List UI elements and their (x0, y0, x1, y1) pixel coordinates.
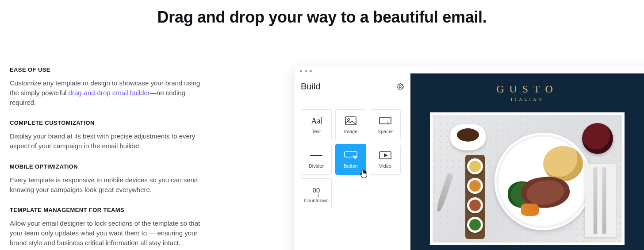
window-controls (295, 66, 644, 73)
tile-spacer[interactable]: Spacer (370, 109, 401, 140)
tile-label: Divider (309, 163, 324, 169)
ramekin (467, 197, 483, 213)
feature-mobile-optimization: MOBILE OPTIMIZATION Every template is re… (10, 163, 203, 195)
text-icon: Aa (311, 115, 322, 126)
hero-image (433, 115, 622, 242)
feature-title: COMPLETE CUSTOMIZATION (10, 119, 203, 126)
spacer-icon (379, 115, 391, 126)
feature-title: MOBILE OPTIMIZATION (10, 163, 203, 170)
carrots (521, 204, 539, 216)
feature-text: Display your brand at its best with prec… (10, 131, 203, 151)
video-icon (379, 150, 391, 161)
window-dot (310, 70, 312, 72)
svg-point-2 (348, 119, 349, 120)
tile-image[interactable]: Image (335, 109, 366, 140)
brand-tagline: ITALIAN (511, 97, 544, 102)
svg-rect-1 (345, 117, 356, 125)
napkin (585, 164, 616, 237)
feature-list: EASE OF USE Customize any template or de… (0, 66, 230, 250)
tile-label: Image (344, 129, 358, 134)
fork (594, 167, 597, 234)
tile-label: Countdown (304, 198, 329, 203)
yorkshire-pudding (543, 146, 583, 181)
feature-title: EASE OF USE (10, 66, 203, 73)
feature-text: Customize any template or design to show… (10, 78, 203, 107)
brand-name: GUSTO (496, 83, 558, 95)
ramekin (467, 178, 483, 194)
page-headline: Drag and drop your way to a beautiful em… (0, 0, 644, 27)
feature-ease-of-use: EASE OF USE Customize any template or de… (10, 66, 203, 107)
tile-label: Text (312, 129, 321, 134)
tile-button[interactable]: Button (335, 144, 366, 175)
feature-text: Every template is responsive to mobile d… (10, 175, 203, 195)
feature-text: Allow your email designer to lock sectio… (10, 219, 203, 247)
tile-text[interactable]: Aa Text (301, 109, 332, 140)
content-row: EASE OF USE Customize any template or de… (0, 66, 644, 250)
window-dot (300, 70, 302, 72)
cursor-hand-icon (359, 169, 368, 179)
build-panel-title: Build (301, 81, 320, 92)
gravy-boat (450, 124, 486, 150)
app-body: Build Aa Text (295, 73, 644, 250)
button-icon (344, 150, 357, 161)
build-panel: Build Aa Text (295, 73, 410, 250)
knife (602, 167, 606, 234)
feature-title: TEMPLATE MANAGEMENT FOR TEAMS (10, 207, 203, 213)
feature-template-management: TEMPLATE MANAGEMENT FOR TEAMS Allow your… (10, 207, 203, 247)
window-dot (305, 70, 307, 72)
gear-icon[interactable] (397, 83, 404, 90)
divider-icon (310, 150, 322, 161)
hero-image-frame (430, 112, 625, 245)
email-preview: GUSTO ITALIAN (410, 73, 644, 250)
tile-divider[interactable]: Divider (301, 144, 332, 175)
spoon (435, 173, 453, 212)
tile-label: Spacer (378, 129, 393, 134)
drag-and-drop-link[interactable]: drag-and-drop email builder (69, 89, 150, 96)
svg-point-0 (399, 86, 401, 88)
image-icon (345, 115, 356, 126)
countdown-icon: 001 (313, 185, 320, 195)
build-panel-header: Build (301, 81, 404, 92)
feature-complete-customization: COMPLETE CUSTOMIZATION Display your bran… (10, 119, 203, 151)
tile-countdown[interactable]: 001 Countdown (301, 178, 332, 209)
block-tile-grid: Aa Text Image (301, 109, 404, 209)
tile-label: Button (344, 163, 358, 169)
svg-rect-3 (380, 118, 391, 124)
tile-label: Video (379, 163, 391, 169)
wine-glass (582, 123, 613, 154)
ramekin (467, 158, 483, 174)
email-builder-window: Build Aa Text (295, 66, 644, 250)
ramekin (467, 217, 483, 233)
tile-video[interactable]: Video (370, 144, 401, 175)
